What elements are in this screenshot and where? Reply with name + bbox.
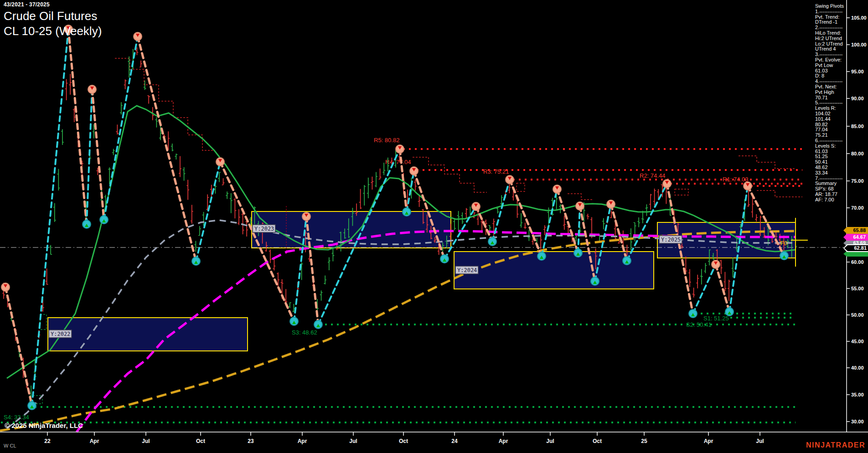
date-tick-label: Jul bbox=[349, 438, 357, 444]
pivot-dashed-box bbox=[675, 189, 688, 195]
date-tick-label: Apr bbox=[298, 438, 307, 444]
support-label: S3: 48.62 bbox=[292, 329, 317, 336]
visible-range-label: 43/2021 - 37/2025 bbox=[4, 1, 102, 8]
date-tick-label: Jul bbox=[142, 438, 150, 444]
year-chip-label: Y:2025 bbox=[661, 237, 681, 243]
price-tag: 64.67 bbox=[843, 234, 868, 241]
support-label: S1: 51.25 bbox=[703, 315, 729, 322]
ninjatrader-chart-window: 43/2021 - 37/2025 Crude Oil Futures CL 1… bbox=[0, 0, 868, 453]
swing-pivots-panel-line: Pvt Low bbox=[815, 63, 851, 68]
date-tick-label: Apr bbox=[90, 438, 99, 444]
swing-pivots-panel-line: 1.-------------- bbox=[815, 9, 851, 15]
date-tick-label: Jul bbox=[756, 438, 764, 444]
date-tick-label: Oct bbox=[196, 438, 205, 444]
resistance-label: R1: 74.03 bbox=[723, 176, 748, 183]
swing-pivots-panel-line: 101.44 bbox=[815, 117, 851, 122]
copyright-label: © 2025 NinjaTrader, LLC bbox=[5, 422, 83, 429]
pivot-dashed-box bbox=[517, 183, 525, 191]
resistance-label: R4: 77.04 bbox=[385, 159, 411, 165]
contract-subtitle: CL 10-25 (Weekly) bbox=[4, 24, 102, 38]
swing-pivots-panel-line: Levels S: bbox=[815, 144, 851, 149]
swing-pivots-panel-line: HiLo Trend: bbox=[815, 31, 851, 36]
swing-pivots-panel-line: 104.02 bbox=[815, 111, 851, 117]
date-tick-label: 25 bbox=[641, 438, 647, 444]
date-tick-label: Apr bbox=[499, 438, 508, 444]
swing-pivots-panel-line: Pvt. Evolve: bbox=[815, 57, 851, 63]
price-tag-value: 62.81 bbox=[844, 245, 868, 251]
date-tick-label: 22 bbox=[44, 438, 51, 444]
swing-pivots-panel: Swing Pivots1.--------------Pvt. Trend:D… bbox=[815, 4, 851, 202]
price-tag: 65.88 bbox=[843, 227, 868, 234]
resistance-label: R3: 75.21 bbox=[483, 168, 509, 175]
f0-label: F0 bbox=[780, 240, 787, 247]
date-tick-label: 23 bbox=[248, 438, 254, 444]
swing-pivots-panel-line: 6.-------------- bbox=[815, 138, 851, 144]
year-chip-label: Y:2023 bbox=[254, 226, 274, 232]
swing-pivots-panel-line: Hi:2 UTrend bbox=[815, 36, 851, 41]
year-chip-label: Y:2022 bbox=[51, 331, 70, 337]
date-tick-label: 24 bbox=[451, 438, 458, 444]
year-box bbox=[48, 318, 248, 351]
swing-pivots-panel-line: Pvt High bbox=[815, 90, 851, 95]
instrument-title: Crude Oil Futures bbox=[4, 9, 102, 23]
year-chip-label: Y:2024 bbox=[457, 267, 477, 273]
price-chart-canvas[interactable]: R5: 80.82R4: 77.04R3: 75.21R2: 74.44R1: … bbox=[0, 0, 868, 453]
chart-title-block: 43/2021 - 37/2025 Crude Oil Futures CL 1… bbox=[4, 1, 102, 38]
instrument-symbol-label: W CL bbox=[4, 443, 16, 448]
support-resistance-levels: R5: 80.82R4: 77.04R3: 75.21R2: 74.44R1: … bbox=[1, 137, 802, 422]
year-box bbox=[454, 252, 654, 289]
date-tick-label: Jul bbox=[546, 438, 554, 444]
date-tick-label: Oct bbox=[399, 438, 408, 444]
date-tick-label: Oct bbox=[593, 438, 602, 444]
swing-pivots-panel-line: 33.34 bbox=[815, 170, 851, 176]
resistance-label: R2: 74.44 bbox=[640, 172, 665, 179]
resistance-label: R5: 80.82 bbox=[374, 137, 399, 144]
swing-pivots-panel-line: 48.62 bbox=[815, 165, 851, 170]
swing-pivots-panel-line: AR: 18.77 bbox=[815, 192, 851, 197]
date-tick-label: Apr bbox=[704, 438, 713, 444]
swing-pivots-panel-line: Pvt. Next: bbox=[815, 84, 851, 90]
swing-pivots-panel-line: AF: 7.00 bbox=[815, 197, 851, 203]
ninjatrader-logo: NINJATRADER bbox=[806, 441, 865, 449]
price-tag: 62.81 bbox=[843, 244, 868, 252]
